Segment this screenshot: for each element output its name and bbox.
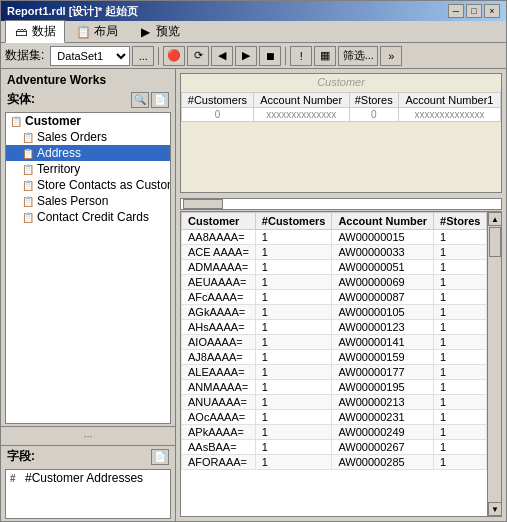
canvas-col-3: Account Number1 xyxy=(398,93,500,108)
table-cell: 1 xyxy=(434,305,487,320)
fields-area[interactable]: # #Customer Addresses xyxy=(5,469,171,519)
toolbar-more[interactable]: » xyxy=(380,46,402,66)
tab-layout[interactable]: 📋 布局 xyxy=(67,20,127,43)
table-cell: 1 xyxy=(255,425,332,440)
canvas-table: #Customers Account Number #Stores Accoun… xyxy=(181,92,501,122)
vscroll-thumb[interactable] xyxy=(489,227,501,257)
table-cell: 1 xyxy=(434,335,487,350)
table-cell: 1 xyxy=(255,455,332,470)
toolbar-filter-icon[interactable]: ▦ xyxy=(314,46,336,66)
store-contacts-icon: 📋 xyxy=(22,180,34,191)
table-cell: ANMAAAA= xyxy=(182,380,256,395)
table-row[interactable]: ACE AAAA=1AW000000331 xyxy=(182,245,487,260)
field-item-addresses[interactable]: # #Customer Addresses xyxy=(6,470,170,486)
territory-icon: 📋 xyxy=(22,164,34,175)
col-account-number: Account Number xyxy=(332,213,434,230)
table-row[interactable]: AAsBAA=1AW000002671 xyxy=(182,440,487,455)
tree-item-territory[interactable]: 📋 Territory xyxy=(6,161,170,177)
table-row[interactable]: AJ8AAAA=1AW000001591 xyxy=(182,350,487,365)
table-cell: 1 xyxy=(434,230,487,245)
search-entity-btn[interactable]: 🔍 xyxy=(131,92,149,108)
table-cell: AHsAAAA= xyxy=(182,320,256,335)
table-cell: AW00000069 xyxy=(332,275,434,290)
table-cell: AW00000087 xyxy=(332,290,434,305)
toolbar-next[interactable]: ▶ xyxy=(235,46,257,66)
table-row[interactable]: AIOAAAA=1AW000001411 xyxy=(182,335,487,350)
add-entity-btn[interactable]: 📄 xyxy=(151,92,169,108)
table-cell: AW00000141 xyxy=(332,335,434,350)
data-table-scroll[interactable]: Customer #Customers Account Number #Stor… xyxy=(181,212,487,516)
table-cell: 1 xyxy=(434,245,487,260)
vscroll-down[interactable]: ▼ xyxy=(488,502,501,516)
tab-data[interactable]: 🗃 数据 xyxy=(5,20,65,43)
toolbar-ellipsis[interactable]: ... xyxy=(132,46,154,66)
table-cell: 1 xyxy=(255,335,332,350)
canvas-hscroll[interactable] xyxy=(180,197,502,211)
canvas-col-2: #Stores xyxy=(349,93,398,108)
fields-header: 字段: 📄 xyxy=(1,446,175,467)
table-cell: AIOAAAA= xyxy=(182,335,256,350)
tree-item-store-contacts[interactable]: 📋 Store Contacts as Customer xyxy=(6,177,170,193)
table-cell: 1 xyxy=(255,260,332,275)
minimize-button[interactable]: ─ xyxy=(448,4,464,18)
table-row[interactable]: ALEAAAA=1AW000001771 xyxy=(182,365,487,380)
table-cell: 1 xyxy=(434,455,487,470)
table-cell: 1 xyxy=(255,275,332,290)
close-button[interactable]: × xyxy=(484,4,500,18)
vscroll-up[interactable]: ▲ xyxy=(488,212,501,226)
preview-tab-icon: ▶ xyxy=(138,25,152,39)
toolbar-filter[interactable]: 筛选... xyxy=(338,46,378,66)
canvas-val-2: 0 xyxy=(349,108,398,122)
tree-item-address[interactable]: 📋 Address xyxy=(6,145,170,161)
canvas-group-label: Customer xyxy=(181,74,501,90)
tab-preview[interactable]: ▶ 预览 xyxy=(129,20,189,43)
table-cell: AJ8AAAA= xyxy=(182,350,256,365)
entity-tree[interactable]: 📋 Customer 📋 Sales Orders 📋 Address 📋 Te… xyxy=(5,112,171,424)
restore-button[interactable]: □ xyxy=(466,4,482,18)
add-field-btn[interactable]: 📄 xyxy=(151,449,169,465)
table-cell: 1 xyxy=(255,395,332,410)
table-cell: AW00000015 xyxy=(332,230,434,245)
table-cell: AW00000267 xyxy=(332,440,434,455)
table-row[interactable]: AEUAAAA=1AW000000691 xyxy=(182,275,487,290)
table-row[interactable]: ANMAAAA=1AW000001951 xyxy=(182,380,487,395)
table-row[interactable]: ANUAAAA=1AW000002131 xyxy=(182,395,487,410)
report-canvas: Customer #Customers Account Number #Stor… xyxy=(180,73,502,193)
hscroll-thumb[interactable] xyxy=(183,199,223,209)
tree-item-contact-credit[interactable]: 📋 Contact Credit Cards xyxy=(6,209,170,225)
table-row[interactable]: ADMAAAA=1AW000000511 xyxy=(182,260,487,275)
table-row[interactable]: AGkAAAA=1AW000001051 xyxy=(182,305,487,320)
title-bar: Report1.rdl [设计]* 起始页 ─ □ × xyxy=(1,1,506,21)
sales-orders-icon: 📋 xyxy=(22,132,34,143)
col-stores: #Stores xyxy=(434,213,487,230)
toolbar-add[interactable]: 🔴 xyxy=(163,46,185,66)
table-cell: 1 xyxy=(255,290,332,305)
table-cell: 1 xyxy=(434,350,487,365)
tree-item-sales-orders[interactable]: 📋 Sales Orders xyxy=(6,129,170,145)
hscroll-track[interactable] xyxy=(180,198,502,210)
table-row[interactable]: APkAAAA=1AW000002491 xyxy=(182,425,487,440)
panel-divider: ··· xyxy=(1,426,175,446)
table-cell: AW00000285 xyxy=(332,455,434,470)
tree-item-sales-person[interactable]: 📋 Sales Person xyxy=(6,193,170,209)
table-cell: ALEAAAA= xyxy=(182,365,256,380)
canvas-val-3: xxxxxxxxxxxxxx xyxy=(398,108,500,122)
toolbar-prev[interactable]: ◀ xyxy=(211,46,233,66)
data-table-area: Customer #Customers Account Number #Stor… xyxy=(180,211,502,517)
table-row[interactable]: AOcAAAA=1AW000002311 xyxy=(182,410,487,425)
toolbar-stop[interactable]: ⏹ xyxy=(259,46,281,66)
table-row[interactable]: AFcAAAA=1AW000000871 xyxy=(182,290,487,305)
table-row[interactable]: AFORAAA=1AW000002851 xyxy=(182,455,487,470)
table-row[interactable]: AA8AAAA=1AW000000151 xyxy=(182,230,487,245)
tab-preview-label: 预览 xyxy=(156,23,180,40)
tree-item-customer[interactable]: 📋 Customer xyxy=(6,113,170,129)
table-cell: AW00000213 xyxy=(332,395,434,410)
vscroll-bar[interactable]: ▲ ▼ xyxy=(487,212,501,516)
table-row[interactable]: AHsAAAA=1AW000001231 xyxy=(182,320,487,335)
dataset-select[interactable]: DataSet1 xyxy=(50,46,130,66)
table-cell: AW00000231 xyxy=(332,410,434,425)
sales-person-icon: 📋 xyxy=(22,196,34,207)
toolbar-refresh[interactable]: ⟳ xyxy=(187,46,209,66)
toolbar-exclaim[interactable]: ! xyxy=(290,46,312,66)
table-cell: AAsBAA= xyxy=(182,440,256,455)
